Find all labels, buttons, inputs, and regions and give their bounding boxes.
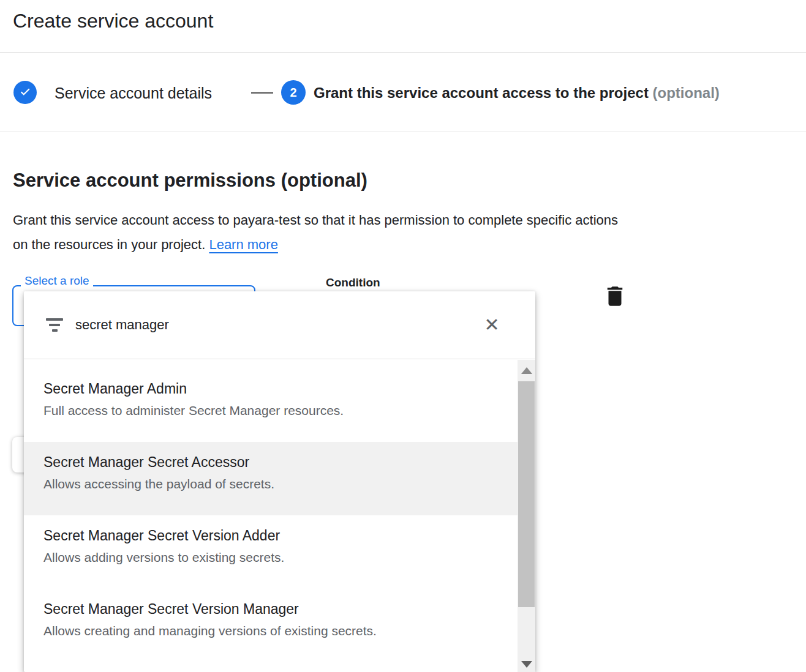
- role-filter-input[interactable]: [75, 317, 418, 333]
- step2-label: Grant this service account access to the…: [314, 83, 720, 103]
- step-connector-line: [251, 92, 273, 94]
- filter-list-icon: [46, 318, 63, 332]
- condition-label: Condition: [326, 276, 380, 289]
- role-option-title: Secret Manager Admin: [43, 379, 498, 398]
- dropdown-scrollbar[interactable]: [518, 360, 535, 672]
- step1-label[interactable]: Service account details: [55, 84, 212, 102]
- create-service-account-page: Create service account Service account d…: [0, 0, 806, 672]
- section-heading: Service account permissions (optional): [13, 170, 367, 192]
- role-dropdown-panel: ✕ Secret Manager Admin Full access to ad…: [24, 291, 535, 672]
- arrow-down-icon: [521, 661, 532, 668]
- role-option[interactable]: Secret Manager Secret Version Manager Al…: [24, 589, 518, 662]
- stepper-divider: [0, 132, 806, 132]
- step2-number-indicator[interactable]: 2: [281, 80, 306, 105]
- close-icon: ✕: [484, 315, 499, 335]
- role-option-title: Secret Manager Secret Version Adder: [43, 526, 498, 545]
- role-option-description: Allows accessing the payload of secrets.: [43, 476, 498, 493]
- delete-role-button[interactable]: [602, 283, 628, 309]
- learn-more-link[interactable]: Learn more: [209, 237, 278, 252]
- scrollbar-thumb[interactable]: [518, 381, 535, 607]
- step2-label-text: Grant this service account access to the…: [314, 84, 649, 101]
- section-description-text: Grant this service account access to pay…: [13, 212, 618, 252]
- step1-completed-indicator[interactable]: [13, 81, 37, 104]
- role-option-description: Allows creating and managing versions of…: [43, 622, 498, 640]
- step2-number: 2: [290, 86, 296, 100]
- section-description: Grant this service account access to pay…: [13, 208, 628, 257]
- clear-filter-button[interactable]: ✕: [480, 313, 504, 337]
- role-option-description: Allows adding versions to existing secre…: [43, 549, 498, 566]
- trash-icon: [602, 302, 628, 311]
- role-option-title: Secret Manager Secret Accessor: [43, 453, 498, 471]
- header-divider: [0, 52, 806, 53]
- role-option-description: Full access to administer Secret Manager…: [43, 402, 498, 419]
- role-option[interactable]: Secret Manager Secret Accessor Allows ac…: [24, 442, 518, 515]
- role-options-list: Secret Manager Admin Full access to admi…: [24, 360, 518, 672]
- role-select-label: Select a role: [21, 274, 93, 288]
- check-icon: [18, 84, 32, 100]
- scroll-up-button[interactable]: [518, 362, 535, 378]
- role-option-title: Secret Manager Secret Version Manager: [43, 600, 498, 618]
- arrow-up-icon: [521, 367, 532, 374]
- step2-optional-text: (optional): [653, 84, 720, 101]
- role-option[interactable]: Secret Manager Admin Full access to admi…: [24, 368, 518, 442]
- role-option[interactable]: Secret Manager Secret Version Adder Allo…: [24, 515, 518, 589]
- scroll-down-button[interactable]: [518, 656, 535, 672]
- page-title: Create service account: [13, 10, 213, 32]
- role-filter-row: ✕: [24, 291, 535, 359]
